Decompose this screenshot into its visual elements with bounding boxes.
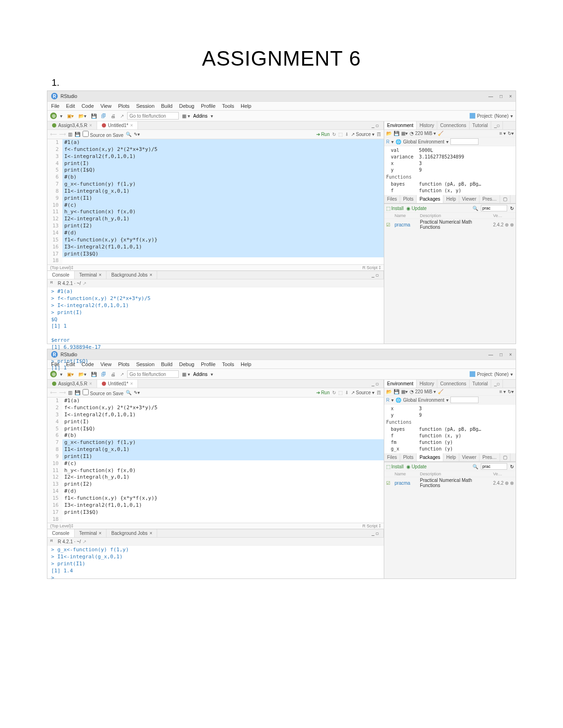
menu-profile[interactable]: Profile [201,103,215,109]
save-icon[interactable]: 💾 [75,132,80,137]
broom-icon[interactable]: 🧹 [438,131,443,136]
save-all-button[interactable]: 🗐 [100,371,107,377]
close-button[interactable]: × [509,94,512,99]
menu-edit[interactable]: Edit [66,103,75,109]
minimize-button[interactable]: — [488,352,493,357]
pane-icon[interactable]: ⎯ ▢ [367,271,384,279]
pane-collapse-icon[interactable]: ⎯ ▢ [367,121,384,129]
scope-dropdown[interactable]: Global Environment [403,139,444,144]
pane-icon[interactable]: ⎯▢ [491,121,503,129]
source-button[interactable]: ↗ Source ▾ [351,132,374,137]
addins-dropdown[interactable]: Addins [193,113,208,119]
tab-viewer[interactable]: Viewer [459,195,479,203]
menu-build[interactable]: Build [161,103,172,109]
env-search[interactable] [450,397,479,403]
console-output[interactable]: > g_x<-function(y) f(1,y) > I1<-integral… [47,546,384,578]
tab-console[interactable]: Console [47,529,75,537]
chunk-down-icon[interactable]: ⬇ [345,132,349,137]
broom-icon[interactable]: 🧹 [438,389,443,394]
tab-help[interactable]: Help [443,453,459,461]
source-on-save-checkbox[interactable] [83,389,89,395]
tab-environment[interactable]: Environment [384,121,417,129]
wand-icon[interactable]: ✎▾ [134,132,140,137]
tab-bgjobs[interactable]: Background Jobs × [107,529,157,537]
list-view-icon[interactable]: ≡ ▾ [499,131,506,136]
maximize-button[interactable]: □ [500,94,502,99]
tab-files[interactable]: Files [384,195,400,203]
tab-files[interactable]: Files [384,453,400,461]
refresh-pkg-icon[interactable]: ↻ [510,206,514,211]
refresh-icon[interactable]: ↗ [83,281,86,286]
menu-session[interactable]: Session [136,361,154,367]
import-icon[interactable]: ▦▾ [401,131,408,136]
install-button[interactable]: ⬚ Install [386,464,403,469]
menu-view[interactable]: View [100,361,112,367]
tab-viewer[interactable]: Viewer [459,453,479,461]
chunk-up-icon[interactable]: ⬚ [338,132,342,137]
tab-terminal[interactable]: Terminal × [75,271,107,279]
package-row[interactable]: ☑ pracma Practical Numerical Math Functi… [384,219,516,230]
package-row[interactable]: ☑ pracma Practical Numerical Math Functi… [384,477,516,488]
checkbox-icon[interactable]: ☑ [386,222,395,227]
menu-profile[interactable]: Profile [201,361,215,367]
tab-connections[interactable]: Connections [437,121,470,129]
tab-history[interactable]: History [417,380,437,388]
save-button[interactable]: 💾 [90,371,98,377]
menu-view[interactable]: View [100,103,112,109]
tab-help[interactable]: Help [443,195,459,203]
run-button[interactable]: ➔ Run [316,132,329,137]
menu-file[interactable]: File [51,103,60,109]
env-search[interactable] [450,138,479,145]
menu-session[interactable]: Session [136,103,154,109]
back-icon[interactable]: ⟵ [50,132,57,137]
pkg-search-input[interactable] [481,205,507,211]
forward-icon[interactable]: ⟶ [59,132,66,137]
menu-plots[interactable]: Plots [118,361,129,367]
minimize-button[interactable]: — [488,94,493,99]
tab-packages[interactable]: Packages [417,195,443,203]
menu-plots[interactable]: Plots [118,103,129,109]
new-project-button[interactable]: ▣▾ [66,371,75,377]
open-file-button[interactable]: 📂▾ [77,371,88,377]
dropdown-icon[interactable]: ▾ [59,113,64,119]
rerun-icon[interactable]: ↻ [332,132,336,137]
save-all-button[interactable]: 🗐 [100,113,107,119]
tab-console[interactable]: Console [47,271,75,279]
refresh-env-icon[interactable]: ↻▾ [508,131,514,136]
console-output[interactable]: > #1(a) > f<-function(x,y) 2*(2*x+3*y)/5… [47,287,384,344]
tab-assign345[interactable]: Assign3,4,5.R× [47,121,97,129]
source-button[interactable]: ↗ Source ▾ [351,390,374,395]
menu-help[interactable]: Help [241,103,251,109]
print-button[interactable]: 🖨 [109,371,117,377]
goto-file-input[interactable] [127,112,179,120]
tab-plots[interactable]: Plots [400,195,417,203]
tab-packages[interactable]: Packages [417,453,443,461]
tab-pres[interactable]: Pres… [479,453,500,461]
open-file-button[interactable]: 📂▾ [77,113,88,119]
new-file-button[interactable]: ⊕ [50,113,57,119]
close-button[interactable]: × [509,352,512,357]
menu-code[interactable]: Code [82,103,94,109]
tab-untitled1[interactable]: Untitled1*× [97,121,138,129]
tab-pres[interactable]: Pres… [479,195,500,203]
load-icon[interactable]: 📂 [386,131,392,136]
menu-debug[interactable]: Debug [179,103,194,109]
maximize-button[interactable]: □ [500,352,502,357]
outline-icon[interactable]: ☶ [377,132,381,137]
code-editor[interactable]: 1#1(a)2f<-function(x,y) 2*(2*x+3*y)/53I<… [47,139,384,264]
tab-terminal[interactable]: Terminal × [75,529,107,537]
code-editor[interactable]: 1#1(a)2f<-function(x,y) 2*(2*x+3*y)/53I<… [47,398,384,523]
grid-button[interactable]: ▦ ▾ [181,371,191,377]
tab-bgjobs[interactable]: Background Jobs × [107,271,157,279]
tab-connections[interactable]: Connections [437,380,470,388]
new-project-button[interactable]: ▣▾ [66,113,75,119]
grid-button[interactable]: ▦ ▾ [181,113,191,119]
install-button[interactable]: ⬚ Install [386,206,403,211]
print-button[interactable]: 🖨 [109,113,117,119]
run-button[interactable]: ➔ Run [316,390,329,395]
show-doc-icon[interactable]: ▥ [68,132,72,137]
tab-tutorial[interactable]: Tutorial [470,380,491,388]
update-button[interactable]: ◉ Update [406,206,426,211]
menu-code[interactable]: Code [82,361,94,367]
menu-file[interactable]: File [51,361,60,367]
